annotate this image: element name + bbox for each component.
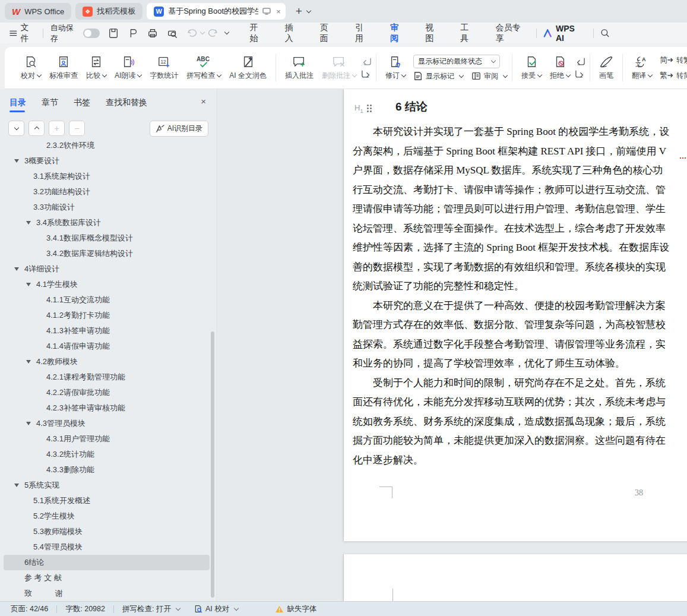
accept-revision-button[interactable]: 接受 <box>517 54 546 82</box>
tab-docer-templates[interactable]: ❖ 找稻壳模板 <box>75 3 143 20</box>
sidebar-scrollbar[interactable] <box>211 331 214 598</box>
review-pane-button[interactable]: 审阅 <box>471 71 507 81</box>
spellcheck-status[interactable]: 拼写检查: 打开 <box>122 604 180 614</box>
show-markup-button[interactable]: 显示标记 <box>413 71 463 81</box>
pen-button[interactable]: 画笔 <box>595 54 618 82</box>
toc-item[interactable]: 6结论 <box>4 555 210 570</box>
toc-item[interactable]: 3.4.2数据库逻辑结构设计 <box>4 246 210 261</box>
simplified-to-traditional-button[interactable]: 简 转繁 <box>660 55 687 65</box>
toc-item[interactable]: 4.1.2考勤打卡功能 <box>4 308 210 323</box>
wps-ai-button[interactable]: WPS AI <box>543 24 582 43</box>
toc-collapse-triangle-icon[interactable] <box>14 267 19 271</box>
share-screen-icon[interactable] <box>262 8 271 15</box>
tab-active-document[interactable]: W 基于Spring Boot的校园学生 × <box>147 3 286 20</box>
sidebar-tab-contents[interactable]: 目录 <box>10 93 26 113</box>
save-icon[interactable] <box>108 28 119 39</box>
margin-corner-mark <box>392 589 393 601</box>
toc-expand-button[interactable] <box>8 121 24 136</box>
toc-item[interactable]: 致 谢 <box>4 586 210 600</box>
print-preview-icon[interactable] <box>167 28 178 39</box>
print-icon[interactable] <box>147 28 158 39</box>
word-count-button[interactable]: 12 字数统计 <box>145 54 182 82</box>
toc-item[interactable]: 5系统实现 <box>4 478 210 493</box>
toc-item[interactable]: 4.2.2请假审批功能 <box>4 385 210 400</box>
toc-item-label: 4.1.3补签申请功能 <box>46 326 110 336</box>
sidebar-tab-find-replace[interactable]: 查找和替换 <box>106 93 147 113</box>
toc-item[interactable]: 3.2功能结构设计 <box>4 184 210 200</box>
toc-collapse-triangle-icon[interactable] <box>14 484 19 487</box>
toc-item[interactable]: 4.1学生模块 <box>4 277 210 292</box>
toc-zoom-out-button[interactable]: − <box>69 121 85 136</box>
toc-item[interactable]: 2.3.2软件环境 <box>4 141 210 153</box>
ai-read-aloud-button[interactable]: AI朗读 <box>110 54 145 82</box>
autosave-toggle[interactable] <box>83 29 99 38</box>
toc-item[interactable]: 4.1.1互动交流功能 <box>4 292 210 308</box>
toc-collapse-button[interactable] <box>29 121 45 136</box>
toc-item[interactable]: 5.1系统开发概述 <box>4 493 210 508</box>
document-page-2[interactable] <box>343 554 687 601</box>
toc-collapse-triangle-icon[interactable] <box>14 159 19 163</box>
toc-item[interactable]: 4.2教师模块 <box>4 354 210 369</box>
ai-proofread-status[interactable]: AI 校对 <box>194 604 238 614</box>
ai-polish-button[interactable]: AI 全文润色 <box>225 54 271 82</box>
redo-icon[interactable] <box>208 29 218 37</box>
toc-item[interactable]: 4.1.4请假申请功能 <box>4 339 210 354</box>
previous-revision-icon[interactable] <box>575 58 585 65</box>
toc-item[interactable]: 4.3管理员模块 <box>4 416 210 431</box>
word-count-indicator[interactable]: 字数: 20982 <box>65 604 105 614</box>
reject-revision-button[interactable]: 拒绝 <box>546 54 574 82</box>
insert-comment-button[interactable]: 插入批注 <box>281 54 318 82</box>
next-comment-icon[interactable] <box>362 70 371 78</box>
toc-collapse-triangle-icon[interactable] <box>26 221 31 225</box>
toc-item[interactable]: 4.2.3补签申请审核功能 <box>4 400 210 416</box>
toc-item[interactable]: 5.3教师端模块 <box>4 524 210 539</box>
toc-collapse-triangle-icon[interactable] <box>26 422 31 425</box>
page-indicator[interactable]: 页面: 42/46 <box>11 604 48 614</box>
spell-check-button[interactable]: ABC 拼写检查 <box>182 54 225 82</box>
undo-icon[interactable] <box>187 29 197 37</box>
toc-item[interactable]: 4.1.3补签申请功能 <box>4 323 210 339</box>
toc-item[interactable]: 3.4系统数据库设计 <box>4 215 210 230</box>
toc-item[interactable]: 3.1系统架构设计 <box>4 169 210 184</box>
toc-collapse-triangle-icon[interactable] <box>26 360 31 364</box>
sidebar-tab-chapters[interactable]: 章节 <box>42 93 58 113</box>
toc-item[interactable]: 3.4.1数据库概念模型设计 <box>4 230 210 246</box>
next-revision-icon[interactable] <box>575 70 585 78</box>
toc-item[interactable]: 4详细设计 <box>4 261 210 277</box>
delete-comment-button[interactable]: 删除批注 <box>318 54 360 82</box>
toc-item[interactable]: 5.4管理员模块 <box>4 539 210 555</box>
tab-wps-office[interactable]: W WPS Office <box>5 3 71 20</box>
sidebar-close-icon[interactable]: × <box>201 96 206 106</box>
compare-button[interactable]: 比较 <box>82 54 110 82</box>
ai-recognize-toc-button[interactable]: AI识别目录 <box>150 121 208 137</box>
search-icon[interactable] <box>600 28 610 38</box>
sidebar-tab-bookmarks[interactable]: 书签 <box>74 93 90 113</box>
toc-item[interactable]: 参 考 文 献 <box>4 570 210 586</box>
standard-review-button[interactable]: 标准审查 <box>45 54 82 82</box>
tab-list-chevron-icon[interactable] <box>306 8 311 12</box>
track-changes-button[interactable]: 修订 <box>381 54 410 82</box>
translate-button[interactable]: 文A 翻译 <box>628 54 656 82</box>
drag-handle-icon[interactable] <box>366 104 372 113</box>
traditional-to-simplified-button[interactable]: 繁 转简 <box>660 70 687 81</box>
toc-item[interactable]: 4.3.3删除功能 <box>4 462 210 478</box>
toc-item[interactable]: 5.2学生模块 <box>4 508 210 524</box>
toc-item[interactable]: 3概要设计 <box>4 153 210 169</box>
toc-item[interactable]: 3.3功能设计 <box>4 200 210 215</box>
undo-chevron-icon[interactable] <box>200 30 204 34</box>
toc-zoom-in-button[interactable]: + <box>49 121 65 136</box>
close-tab-icon[interactable]: × <box>276 7 281 16</box>
quickbar-more-chevron-icon[interactable] <box>224 30 229 34</box>
toc-item[interactable]: 4.3.1用户管理功能 <box>4 431 210 447</box>
export-pdf-icon[interactable] <box>128 28 138 39</box>
toc-item[interactable]: 4.2.1课程考勤管理功能 <box>4 369 210 385</box>
file-menu-button[interactable]: 文件 <box>10 23 36 44</box>
markup-state-select[interactable]: 显示标记的最终状态 <box>413 55 500 68</box>
toc-collapse-triangle-icon[interactable] <box>26 283 31 286</box>
document-page-1[interactable]: H1 6 结论 本研究设计并实现了一套基于 Spring Boot 的校园学生考… <box>343 89 687 541</box>
proofread-button[interactable]: 校对 <box>17 54 45 82</box>
previous-comment-icon[interactable] <box>362 58 371 65</box>
new-tab-button[interactable]: + <box>296 5 302 18</box>
missing-font-warning[interactable]: 缺失字体 <box>275 604 316 614</box>
toc-item[interactable]: 4.3.2统计功能 <box>4 447 210 462</box>
